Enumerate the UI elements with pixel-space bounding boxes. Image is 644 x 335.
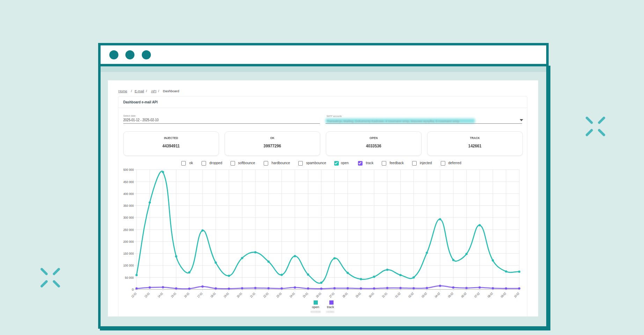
svg-text:250 000: 250 000	[123, 228, 134, 232]
svg-text:22-01: 22-01	[263, 292, 270, 299]
svg-text:28-01: 28-01	[342, 292, 349, 299]
svg-text:18-01: 18-01	[210, 292, 217, 299]
svg-text:30-01: 30-01	[368, 292, 375, 299]
svg-text:31-01: 31-01	[381, 292, 388, 299]
svg-text:0: 0	[132, 287, 134, 291]
svg-text:13-01: 13-01	[144, 292, 151, 299]
svg-text:07-02: 07-02	[474, 292, 481, 299]
svg-text:24-01: 24-01	[289, 292, 296, 299]
svg-text:500 000: 500 000	[123, 168, 134, 172]
svg-text:27-01: 27-01	[328, 292, 335, 299]
svg-text:06-02: 06-02	[460, 292, 467, 299]
svg-text:50 000: 50 000	[125, 276, 134, 279]
svg-text:200 000: 200 000	[123, 240, 134, 243]
svg-text:17-01: 17-01	[197, 292, 204, 299]
svg-text:02-02: 02-02	[408, 292, 415, 299]
svg-text:01-02: 01-02	[394, 292, 401, 299]
svg-text:10-02: 10-02	[513, 292, 520, 299]
svg-text:03-02: 03-02	[421, 292, 428, 299]
svg-text:12-01: 12-01	[131, 292, 138, 299]
svg-text:23-01: 23-01	[276, 292, 283, 299]
svg-text:450 000: 450 000	[123, 180, 134, 184]
svg-text:09-02: 09-02	[500, 292, 507, 299]
svg-text:08-02: 08-02	[487, 292, 494, 299]
svg-text:300 000: 300 000	[123, 216, 134, 219]
svg-text:19-01: 19-01	[223, 292, 230, 299]
svg-text:400 000: 400 000	[123, 192, 134, 196]
svg-text:14-01: 14-01	[157, 292, 164, 299]
svg-text:350 000: 350 000	[123, 204, 134, 207]
svg-text:04-02: 04-02	[434, 292, 441, 299]
svg-text:21-01: 21-01	[249, 292, 256, 299]
svg-text:05-02: 05-02	[447, 292, 454, 299]
svg-text:15-01: 15-01	[170, 292, 177, 299]
svg-text:29-01: 29-01	[355, 292, 362, 299]
svg-text:100 000: 100 000	[123, 263, 134, 267]
svg-text:26-01: 26-01	[315, 292, 322, 299]
svg-text:25-01: 25-01	[302, 292, 309, 299]
svg-text:20-01: 20-01	[236, 292, 243, 299]
svg-text:16-01: 16-01	[183, 292, 190, 299]
svg-text:150 000: 150 000	[123, 252, 134, 255]
